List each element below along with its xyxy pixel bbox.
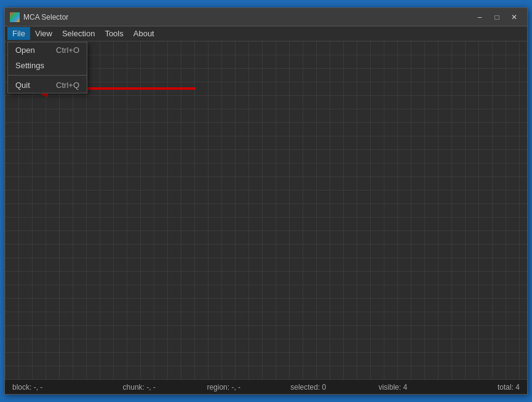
window-controls: – □ ✕ xyxy=(472,11,522,23)
title-bar: MCA Selector – □ ✕ xyxy=(5,8,527,26)
dropdown-separator xyxy=(8,75,87,76)
menu-item-file[interactable]: File Open Ctrl+O Settings Quit Ctrl+Q xyxy=(7,27,30,40)
window-title: MCA Selector xyxy=(23,13,472,22)
status-total: total: 4 xyxy=(435,383,520,392)
menu-item-view[interactable]: View xyxy=(30,27,57,40)
status-block: block: -, - xyxy=(12,383,97,392)
app-icon xyxy=(10,12,20,22)
menu-quit[interactable]: Quit Ctrl+Q xyxy=(8,77,87,93)
menu-open[interactable]: Open Ctrl+O xyxy=(8,42,87,58)
close-button[interactable]: ✕ xyxy=(506,11,522,23)
status-bar: block: -, - chunk: -, - region: -, - sel… xyxy=(5,379,527,394)
menu-settings[interactable]: Settings xyxy=(8,58,87,73)
status-selected: selected: 0 xyxy=(266,383,351,392)
menu-item-selection[interactable]: Selection xyxy=(57,27,100,40)
status-chunk: chunk: -, - xyxy=(97,383,182,392)
status-region: region: -, - xyxy=(181,383,266,392)
main-window: MCA Selector – □ ✕ File Open Ctrl+O Sett… xyxy=(4,7,528,395)
menu-bar: File Open Ctrl+O Settings Quit Ctrl+Q Vi… xyxy=(5,26,527,41)
menu-item-about[interactable]: About xyxy=(129,27,159,40)
menu-item-tools[interactable]: Tools xyxy=(100,27,128,40)
status-visible: visible: 4 xyxy=(351,383,435,392)
maximize-button[interactable]: □ xyxy=(489,11,505,23)
file-dropdown: Open Ctrl+O Settings Quit Ctrl+Q xyxy=(7,42,87,93)
minimize-button[interactable]: – xyxy=(472,11,488,23)
